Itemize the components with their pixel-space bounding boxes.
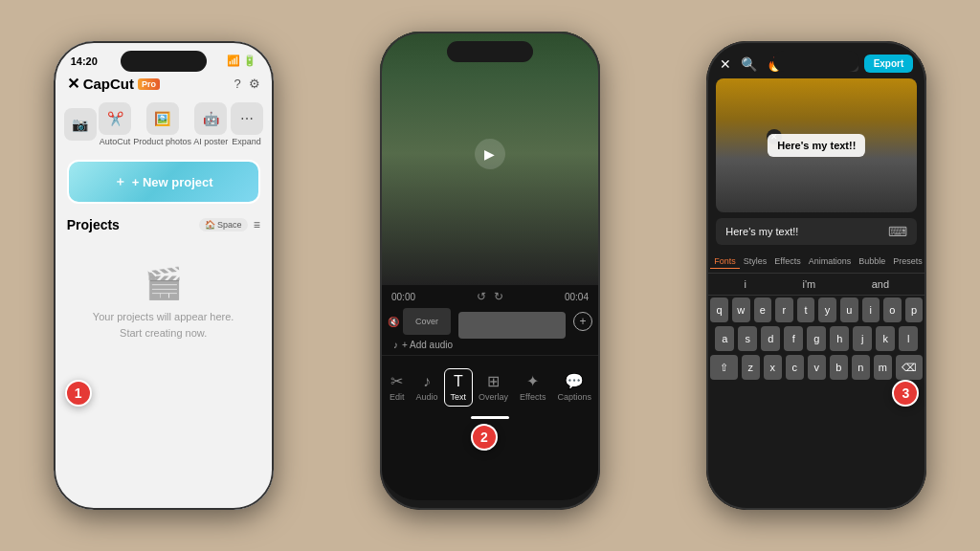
key-v[interactable]: v <box>808 355 826 380</box>
suggestion-im[interactable]: i'm <box>802 278 815 290</box>
product-icon: 🖼️ <box>146 102 179 135</box>
key-e[interactable]: e <box>754 298 772 322</box>
audio-tool[interactable]: ♪ Audio <box>411 369 444 406</box>
product-label: Product photos <box>133 137 191 146</box>
sort-icon[interactable]: ≡ <box>254 218 260 231</box>
key-w[interactable]: w <box>732 298 750 322</box>
key-shift[interactable]: ⇧ <box>710 355 738 380</box>
phone-2: ▶ 00:00 ↺ ↻ 00:04 🔇 Cover + ♪ + Add audi… <box>380 32 600 510</box>
ai-poster-item[interactable]: 🤖 AI poster <box>193 102 228 146</box>
search-icon[interactable]: 🔍 <box>741 56 757 72</box>
kb-row-3: ⇧ z x c v b n m ⌫ <box>710 355 923 380</box>
key-y[interactable]: y <box>818 298 836 322</box>
key-u[interactable]: u <box>840 298 858 322</box>
camera-item[interactable]: 📷 <box>64 108 97 141</box>
text-bubble[interactable]: Here's my text!! <box>768 134 865 157</box>
key-n[interactable]: n <box>852 355 870 380</box>
app-header: ✕ CapCut Pro ? ⚙ <box>54 71 274 97</box>
key-d[interactable]: d <box>761 326 780 351</box>
new-project-button[interactable]: ＋ + New project <box>67 160 260 204</box>
key-r[interactable]: r <box>775 298 793 322</box>
add-clip-button[interactable]: + <box>573 312 592 331</box>
key-h[interactable]: h <box>830 326 849 351</box>
logo-area: ✕ CapCut Pro <box>67 75 160 93</box>
empty-text: Your projects will appear here.Start cre… <box>93 309 234 341</box>
kb-row-1: q w e r t y u i o p <box>710 298 923 322</box>
effects-icon: ✦ <box>526 372 539 390</box>
time-end: 00:04 <box>565 292 589 302</box>
autocut-icon: ✂️ <box>99 102 131 135</box>
tab-fonts[interactable]: Fonts <box>710 254 740 269</box>
key-f[interactable]: f <box>784 326 803 351</box>
media-toolbar: 📷 ✂️ AutoCut 🖼️ Product photos 🤖 AI post… <box>54 97 274 152</box>
empty-icon: 🎬 <box>145 265 183 301</box>
key-g[interactable]: g <box>807 326 826 351</box>
overlay-label: Overlay <box>479 392 508 402</box>
captions-label: Captions <box>557 392 591 402</box>
aspect-ratio-tool[interactable]: ⬜ Aspect ratio <box>597 364 600 410</box>
key-t[interactable]: t <box>797 298 815 322</box>
add-audio-label: + Add audio <box>402 340 453 350</box>
tab-styles[interactable]: Styles <box>740 254 771 269</box>
play-button[interactable]: ▶ <box>475 139 505 169</box>
key-k[interactable]: k <box>876 326 895 351</box>
mute-icon[interactable]: 🔇 <box>388 317 399 327</box>
key-c[interactable]: c <box>786 355 804 380</box>
space-badge: 🏠 Space <box>199 218 248 231</box>
suggestion-i[interactable]: i <box>745 278 746 290</box>
notch-2 <box>447 41 533 62</box>
text-tool[interactable]: T Text <box>444 368 474 407</box>
key-backspace[interactable]: ⌫ <box>896 355 924 380</box>
key-x[interactable]: x <box>764 355 782 380</box>
effects-tool[interactable]: ✦ Effects <box>514 368 551 406</box>
key-q[interactable]: q <box>710 298 728 322</box>
text-input-content[interactable]: Here's my text!! <box>725 226 798 237</box>
tab-presets[interactable]: Presets <box>889 254 926 269</box>
suggestion-and[interactable]: and <box>872 278 889 290</box>
text-label: Text <box>451 392 467 402</box>
expand-icon: ⋯ <box>231 102 263 135</box>
camera-icon: 📷 <box>64 108 97 141</box>
redo-icon[interactable]: ↻ <box>494 290 503 303</box>
notch-1 <box>121 51 207 72</box>
tab-bubble[interactable]: Bubble <box>855 254 889 269</box>
key-p[interactable]: p <box>905 298 924 322</box>
close-icon[interactable]: ✕ <box>720 56 731 72</box>
timeline-controls: 00:00 ↺ ↻ 00:04 <box>380 285 600 308</box>
tab-animations[interactable]: Animations <box>805 254 856 269</box>
keyboard: q w e r t y u i o p a s d f g h <box>706 296 926 386</box>
app-name: CapCut <box>83 76 134 92</box>
tab-effects[interactable]: Effects <box>770 254 804 269</box>
ai-label: AI poster <box>193 137 228 146</box>
projects-title: Projects <box>67 217 120 232</box>
time-start: 00:00 <box>391 292 415 302</box>
key-l[interactable]: l <box>899 326 918 351</box>
key-o[interactable]: o <box>883 298 902 322</box>
captions-tool[interactable]: 💬 Captions <box>551 368 597 406</box>
settings-icon[interactable]: ⚙ <box>249 77 260 91</box>
overlay-tool[interactable]: ⊞ Overlay <box>473 368 514 406</box>
key-b[interactable]: b <box>830 355 848 380</box>
music-icon: ♪ <box>393 340 398 350</box>
time-display: 14:20 <box>71 55 98 67</box>
status-icons: 📶 🔋 <box>227 55 256 67</box>
edit-tool[interactable]: ✂ Edit <box>384 368 411 406</box>
kb-row-2: a s d f g h j k l <box>710 326 923 351</box>
expand-item[interactable]: ⋯ Expand <box>231 102 263 146</box>
undo-icon[interactable]: ↺ <box>477 290 486 303</box>
edit-icon: ✂ <box>390 372 403 390</box>
autocut-item[interactable]: ✂️ AutoCut <box>99 102 131 146</box>
product-item[interactable]: 🖼️ Product photos <box>133 102 191 146</box>
question-icon[interactable]: ? <box>234 77 240 91</box>
key-i[interactable]: i <box>862 298 880 322</box>
key-m[interactable]: m <box>874 355 892 380</box>
projects-header: Projects 🏠 Space ≡ <box>54 211 274 236</box>
keyboard-toggle-icon[interactable]: ⌨ <box>888 224 907 239</box>
key-s[interactable]: s <box>738 326 757 351</box>
key-j[interactable]: j <box>853 326 872 351</box>
key-a[interactable]: a <box>715 326 734 351</box>
audio-label: Audio <box>416 392 438 402</box>
export-button[interactable]: Export <box>864 55 914 73</box>
plus-icon: ＋ <box>114 173 126 190</box>
key-z[interactable]: z <box>742 355 760 380</box>
